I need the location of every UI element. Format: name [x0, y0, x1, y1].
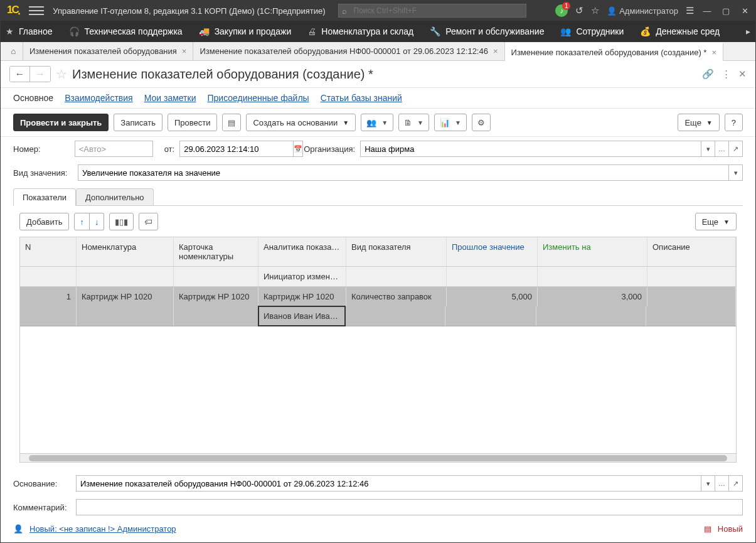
- menu-money[interactable]: 💰Денежные сред: [640, 26, 720, 36]
- menu-staff[interactable]: 👥Сотрудники: [560, 26, 624, 36]
- th-change-to[interactable]: Изменить на: [538, 237, 647, 266]
- tab-1[interactable]: Изменения показателей оборудования ×: [23, 42, 193, 60]
- close-icon[interactable]: ×: [182, 46, 187, 56]
- cell-chg[interactable]: 3,000: [538, 287, 647, 306]
- menu-repair[interactable]: 🔧Ремонт и обслуживание: [430, 26, 544, 36]
- number-label: Номер:: [13, 144, 41, 154]
- move-down-button[interactable]: ↓: [90, 213, 105, 230]
- tag-button[interactable]: 🏷: [139, 213, 158, 230]
- settings-icon[interactable]: ☰: [686, 5, 694, 16]
- add-row-button[interactable]: Добавить: [19, 213, 69, 230]
- notification-bell[interactable]: ♪ 1: [555, 4, 568, 17]
- menu-support[interactable]: 🎧Техническая поддержка: [69, 26, 183, 36]
- inner-tab-extra[interactable]: Дополнительно: [76, 188, 154, 206]
- scrollbar-thumb[interactable]: [29, 455, 727, 461]
- maximize-button[interactable]: ▢: [720, 6, 732, 16]
- favorite-toggle-icon[interactable]: ☆: [56, 67, 67, 82]
- th-indicator-type[interactable]: Вид показателя: [346, 237, 447, 266]
- section-main[interactable]: Основное: [13, 93, 53, 103]
- table-row[interactable]: 1 Картридж HP 1020 Картридж HP 1020 Карт…: [20, 287, 736, 306]
- vid-input[interactable]: [78, 164, 729, 181]
- menu-label: Главное: [19, 26, 53, 36]
- write-button[interactable]: Записать: [114, 114, 162, 131]
- cell-nom[interactable]: Картридж HP 1020: [77, 287, 174, 306]
- post-button[interactable]: Провести: [168, 114, 218, 131]
- structure-icon-button[interactable]: ▤: [222, 114, 241, 131]
- close-icon[interactable]: ×: [493, 46, 498, 56]
- search-input[interactable]: [338, 4, 526, 18]
- cell-initiator-selected[interactable]: Иванов Иван Иван…: [258, 306, 346, 326]
- th-analytics[interactable]: Аналитика показат…: [258, 237, 346, 266]
- tab-2[interactable]: Изменение показателей оборудования НФ00-…: [193, 42, 504, 60]
- cell-n[interactable]: 1: [20, 287, 77, 306]
- user-menu[interactable]: 👤 Администратор: [607, 6, 678, 16]
- th-description[interactable]: Описание: [647, 237, 736, 266]
- open-icon[interactable]: ↗: [729, 141, 743, 157]
- favorite-icon[interactable]: ☆: [591, 5, 599, 16]
- status-link[interactable]: Новый: <не записан !> Администратор: [29, 524, 176, 534]
- date-input[interactable]: [179, 141, 294, 157]
- global-search[interactable]: ⌕: [338, 4, 526, 18]
- th-initiator[interactable]: Инициатор измене…: [258, 267, 346, 286]
- basis-input[interactable]: [76, 475, 701, 492]
- settings-icon-button[interactable]: ⚙: [472, 114, 491, 131]
- cell-vid[interactable]: Количество заправок: [346, 287, 447, 306]
- org-input[interactable]: [360, 141, 701, 157]
- th-previous-value[interactable]: Прошлое значение: [447, 237, 538, 266]
- chevron-down-icon[interactable]: ▾: [729, 164, 743, 181]
- table-row-sub[interactable]: Иванов Иван Иван…: [20, 306, 736, 326]
- back-button[interactable]: ←: [10, 67, 30, 82]
- inner-tab-indicators[interactable]: Показатели: [13, 188, 76, 206]
- menu-sales[interactable]: 🚚Закупки и продажи: [199, 26, 292, 36]
- history-icon[interactable]: ↺: [575, 5, 583, 16]
- chevron-down-icon[interactable]: ▾: [701, 475, 715, 492]
- lookup-icon[interactable]: …: [715, 475, 729, 492]
- th-n[interactable]: N: [20, 237, 77, 266]
- help-button[interactable]: ?: [725, 114, 743, 131]
- th-nomenclature[interactable]: Номенклатура: [77, 237, 174, 266]
- section-notes[interactable]: Мои заметки: [144, 93, 196, 103]
- print-icon-button[interactable]: 🗎▼: [398, 114, 429, 131]
- menu-stock[interactable]: 🖨Номенклатура и склад: [307, 26, 413, 36]
- button-label: Еще: [702, 217, 718, 227]
- more-menu-button[interactable]: Еще▼: [678, 114, 719, 131]
- section-interactions[interactable]: Взаимодействия: [65, 93, 133, 103]
- table-header-row1: N Номенклатура Карточка номенклатуры Ана…: [20, 237, 736, 267]
- th-card[interactable]: Карточка номенклатуры: [174, 237, 258, 266]
- titlebar: 1C▪ Управление IT-отделом 8, редакция 3.…: [1, 1, 755, 21]
- more-icon[interactable]: ⋮: [721, 68, 731, 80]
- table-more-button[interactable]: Еще▼: [695, 213, 737, 230]
- table-body[interactable]: 1 Картридж HP 1020 Картридж HP 1020 Карт…: [20, 287, 736, 453]
- comment-input[interactable]: [76, 499, 743, 515]
- horizontal-scrollbar[interactable]: [20, 453, 736, 462]
- open-icon[interactable]: ↗: [729, 475, 743, 492]
- section-files[interactable]: Присоединенные файлы: [207, 93, 309, 103]
- close-doc-icon[interactable]: ✕: [738, 68, 747, 80]
- create-based-on-button[interactable]: Создать на основании▼: [246, 114, 356, 131]
- logo-1c: 1C▪: [1, 4, 24, 17]
- hamburger-icon[interactable]: [29, 3, 44, 18]
- barcode-button[interactable]: ▮▯▮: [109, 213, 134, 230]
- close-window-button[interactable]: ✕: [739, 6, 750, 16]
- cell-desc[interactable]: [647, 287, 736, 306]
- cell-anal[interactable]: Картридж HP 1020: [258, 287, 346, 306]
- post-and-close-button[interactable]: Провести и закрыть: [13, 114, 109, 131]
- section-kb[interactable]: Статьи базы знаний: [321, 93, 402, 103]
- menu-more-icon[interactable]: ▸: [746, 26, 750, 36]
- minimize-button[interactable]: —: [701, 6, 713, 16]
- number-input[interactable]: [75, 141, 153, 157]
- people-icon-button[interactable]: 👥▼: [361, 114, 393, 131]
- tab-3-active[interactable]: Изменение показателей оборудования (созд…: [505, 43, 723, 61]
- link-icon[interactable]: 🔗: [702, 68, 714, 80]
- home-tab[interactable]: ⌂: [4, 42, 23, 60]
- cell-prev[interactable]: 5,000: [447, 287, 538, 306]
- menu-main[interactable]: ★Главное: [6, 26, 53, 36]
- move-up-button[interactable]: ↑: [74, 213, 90, 230]
- chevron-down-icon[interactable]: ▾: [701, 141, 715, 157]
- close-icon[interactable]: ×: [711, 48, 716, 57]
- calendar-icon[interactable]: 📅: [294, 141, 303, 157]
- lookup-icon[interactable]: …: [715, 141, 729, 157]
- report-icon-button[interactable]: 📊▼: [434, 114, 467, 131]
- cell-card[interactable]: Картридж HP 1020: [174, 287, 258, 306]
- forward-button[interactable]: →: [30, 67, 50, 82]
